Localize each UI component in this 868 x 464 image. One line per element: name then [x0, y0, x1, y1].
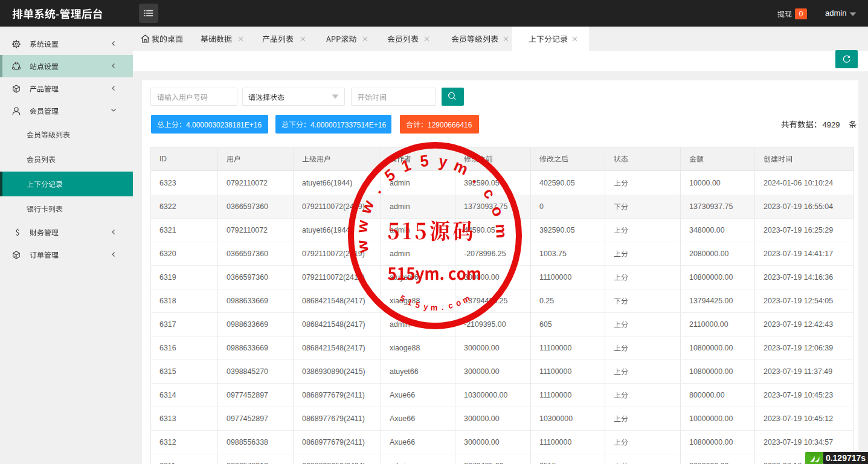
svg-text:o: o [488, 204, 507, 219]
svg-text:5: 5 [419, 151, 429, 170]
svg-text:5: 5 [414, 300, 421, 311]
svg-text:.: . [469, 170, 484, 187]
svg-text:m: m [451, 156, 471, 179]
svg-text:o: o [455, 298, 463, 309]
svg-text:5: 5 [381, 166, 398, 186]
svg-text:w: w [353, 219, 371, 234]
svg-text:m: m [492, 224, 510, 239]
svg-text:y: y [437, 152, 449, 172]
svg-text:5: 5 [399, 294, 407, 304]
svg-text:m: m [461, 294, 471, 306]
svg-text:1: 1 [406, 297, 414, 308]
svg-text:.: . [368, 182, 385, 197]
svg-text:c: c [448, 301, 454, 311]
svg-text:y: y [423, 302, 429, 312]
svg-text:c: c [480, 184, 499, 202]
svg-text:w: w [356, 197, 378, 217]
svg-text:m: m [431, 303, 438, 313]
svg-text:.: . [441, 303, 444, 312]
svg-text:1: 1 [399, 155, 413, 176]
svg-text:w: w [353, 239, 372, 255]
